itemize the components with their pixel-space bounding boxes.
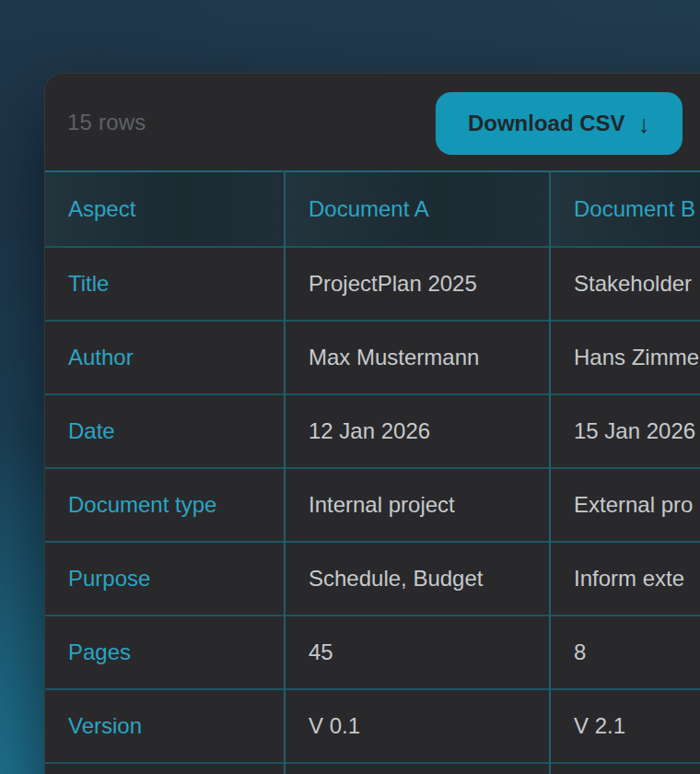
aspect-cell: Author (45, 321, 285, 394)
table-row (45, 763, 700, 774)
document-comparison-table: Aspect Document A Document B Title Proje… (45, 170, 700, 774)
download-csv-button[interactable]: Download CSV ↓ (436, 92, 682, 155)
aspect-cell (45, 763, 285, 774)
aspect-cell: Document type (45, 468, 285, 542)
table-row: Pages 45 8 (45, 616, 700, 689)
doc-a-cell: 45 (285, 616, 550, 689)
table-row: Author Max Mustermann Hans Zimme (45, 321, 700, 394)
doc-a-cell: Schedule, Budget (285, 542, 550, 616)
doc-b-cell: Inform exte (550, 542, 700, 616)
doc-b-cell: V 2.1 (550, 689, 700, 763)
doc-a-cell: Max Mustermann (285, 321, 550, 394)
doc-b-cell: Hans Zimme (550, 321, 700, 394)
doc-a-cell: Internal project (285, 468, 550, 542)
table-header-row: Aspect Document A Document B (45, 171, 700, 247)
doc-b-cell: 8 (550, 616, 700, 689)
table-row: Purpose Schedule, Budget Inform exte (45, 542, 700, 616)
row-count-label: 15 rows (67, 74, 146, 170)
aspect-cell: Pages (45, 616, 285, 689)
doc-a-cell: ProjectPlan 2025 (285, 247, 550, 321)
doc-a-cell: V 0.1 (285, 689, 550, 763)
column-header-aspect: Aspect (45, 171, 285, 247)
doc-a-cell: 12 Jan 2026 (285, 394, 550, 468)
aspect-cell: Version (45, 689, 285, 763)
download-csv-button-label: Download CSV (468, 111, 625, 136)
doc-a-cell (285, 763, 550, 774)
table-row: Document type Internal project External … (45, 468, 700, 542)
data-table-card: 15 rows Download CSV ↓ Aspect Document A… (44, 73, 700, 774)
doc-b-cell: 15 Jan 2026 (550, 394, 700, 468)
column-header-document-b: Document B (550, 171, 700, 247)
doc-b-cell: Stakeholder (550, 247, 700, 321)
table-row: Title ProjectPlan 2025 Stakeholder (45, 247, 700, 321)
column-header-document-a: Document A (285, 171, 550, 247)
aspect-cell: Purpose (45, 542, 285, 616)
aspect-cell: Title (45, 247, 285, 321)
doc-b-cell: External pro (550, 468, 700, 542)
aspect-cell: Date (45, 394, 285, 468)
download-arrow-icon: ↓ (638, 112, 651, 137)
doc-b-cell (550, 763, 700, 774)
table-toolbar: 15 rows Download CSV ↓ (45, 74, 700, 170)
table-row: Date 12 Jan 2026 15 Jan 2026 (45, 394, 700, 468)
table-row: Version V 0.1 V 2.1 (45, 689, 700, 763)
